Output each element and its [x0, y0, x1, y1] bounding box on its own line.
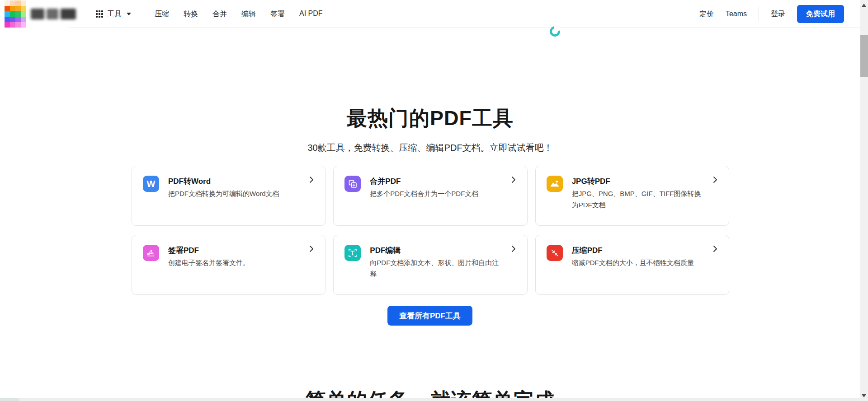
- nav-divider: [759, 7, 759, 21]
- nav-item-teams[interactable]: Teams: [726, 10, 747, 18]
- chevron-right-icon[interactable]: [509, 244, 518, 253]
- nav-item-merge[interactable]: 合并: [212, 9, 227, 19]
- tool-card-grid: W PDF转Word 把PDF文档转换为可编辑的Word文档 合并PDF: [132, 166, 729, 295]
- signature-icon: [143, 245, 159, 261]
- logo[interactable]: [5, 0, 82, 28]
- card-title: PDF编辑: [370, 245, 504, 256]
- card-pdf-to-word[interactable]: W PDF转Word 把PDF文档转换为可编辑的Word文档: [132, 166, 326, 226]
- logo-wordmark-redacted: [31, 9, 76, 19]
- page-subtitle: 30款工具，免费转换、压缩、编辑PDF文档。立即试试看吧！: [0, 142, 860, 154]
- card-jpg-to-pdf[interactable]: JPG转PDF 把JPG、PNG、BMP、GIF、TIFF图像转换为PDF文档: [535, 166, 729, 226]
- nav-item-convert[interactable]: 转换: [184, 9, 198, 19]
- image-icon: [547, 176, 563, 192]
- card-edit-pdf[interactable]: PDF编辑 向PDF文档添加文本、形状、图片和自由注释: [333, 235, 527, 295]
- card-text: 合并PDF 把多个PDF文档合并为一个PDF文档: [370, 176, 478, 216]
- page-title: 最热门的PDF工具: [0, 105, 860, 132]
- card-description: 把多个PDF文档合并为一个PDF文档: [370, 188, 478, 199]
- card-text: 压缩PDF 缩减PDF文档的大小，且不牺牲文档质量: [572, 245, 694, 285]
- card-text: PDF转Word 把PDF文档转换为可编辑的Word文档: [168, 176, 279, 216]
- free-trial-button[interactable]: 免费试用: [797, 5, 844, 23]
- tools-menu-label: 工具: [107, 9, 122, 19]
- scrollbar-thumb[interactable]: [860, 35, 868, 77]
- card-text: PDF编辑 向PDF文档添加文本、形状、图片和自由注释: [370, 245, 504, 285]
- card-title: 合并PDF: [370, 176, 478, 187]
- nav-item-sign[interactable]: 签署: [270, 9, 285, 19]
- chevron-right-icon[interactable]: [307, 244, 316, 253]
- chevron-right-icon[interactable]: [711, 244, 720, 253]
- card-description: 把PDF文档转换为可编辑的Word文档: [168, 188, 279, 199]
- card-merge-pdf[interactable]: 合并PDF 把多个PDF文档合并为一个PDF文档: [333, 166, 527, 226]
- see-all-tools-button[interactable]: 查看所有PDF工具: [387, 306, 472, 326]
- loading-spinner-icon: [550, 26, 560, 37]
- card-description: 向PDF文档添加文本、形状、图片和自由注释: [370, 257, 504, 280]
- card-text: JPG转PDF 把JPG、PNG、BMP、GIF、TIFF图像转换为PDF文档: [572, 176, 706, 216]
- primary-nav: 压缩 转换 合并 编辑 签署 AI PDF: [155, 9, 323, 19]
- chevron-right-icon[interactable]: [509, 175, 518, 184]
- chevron-down-icon: [127, 13, 131, 15]
- scroll-up-arrow-icon[interactable]: [862, 4, 866, 7]
- login-link[interactable]: 登录: [771, 9, 785, 19]
- merge-icon: [344, 176, 361, 192]
- card-title: 签署PDF: [168, 245, 250, 256]
- nav-item-pricing[interactable]: 定价: [699, 9, 714, 19]
- card-text: 签署PDF 创建电子签名并签署文件。: [168, 245, 250, 285]
- card-title: 压缩PDF: [572, 245, 694, 256]
- edit-text-icon: [344, 245, 361, 261]
- chevron-right-icon[interactable]: [307, 175, 316, 184]
- card-sign-pdf[interactable]: 签署PDF 创建电子签名并签署文件。: [132, 235, 326, 295]
- grid-apps-icon: [96, 10, 103, 18]
- tools-menu-trigger[interactable]: 工具: [96, 9, 131, 19]
- card-description: 把JPG、PNG、BMP、GIF、TIFF图像转换为PDF文档: [572, 188, 706, 210]
- word-icon: W: [143, 176, 159, 192]
- card-description: 缩减PDF文档的大小，且不牺牲文档质量: [572, 257, 694, 268]
- chevron-right-icon[interactable]: [711, 175, 720, 184]
- nav-item-compress[interactable]: 压缩: [155, 9, 169, 19]
- vertical-scrollbar[interactable]: [860, 0, 868, 401]
- logo-mosaic-redacted: [5, 0, 26, 28]
- page: 工具 压缩 转换 合并 编辑 签署 AI PDF 定价 Teams 登录 免费试…: [0, 0, 868, 401]
- nav-item-ai-pdf[interactable]: AI PDF: [299, 9, 323, 19]
- card-title: PDF转Word: [168, 176, 279, 187]
- scroll-down-arrow-icon[interactable]: [862, 394, 866, 397]
- word-icon-letter: W: [147, 179, 156, 188]
- card-title: JPG转PDF: [572, 176, 706, 187]
- card-compress-pdf[interactable]: 压缩PDF 缩减PDF文档的大小，且不牺牲文档质量: [535, 235, 729, 295]
- navbar: 工具 压缩 转换 合并 编辑 签署 AI PDF 定价 Teams 登录 免费试…: [0, 0, 860, 28]
- card-description: 创建电子签名并签署文件。: [168, 257, 250, 268]
- bottom-edge-bar: [0, 398, 860, 401]
- nav-item-edit[interactable]: 编辑: [241, 9, 256, 19]
- bottom-left-accent: [0, 398, 19, 401]
- compress-icon: [547, 245, 563, 261]
- navbar-right: 定价 Teams 登录 免费试用: [699, 5, 844, 23]
